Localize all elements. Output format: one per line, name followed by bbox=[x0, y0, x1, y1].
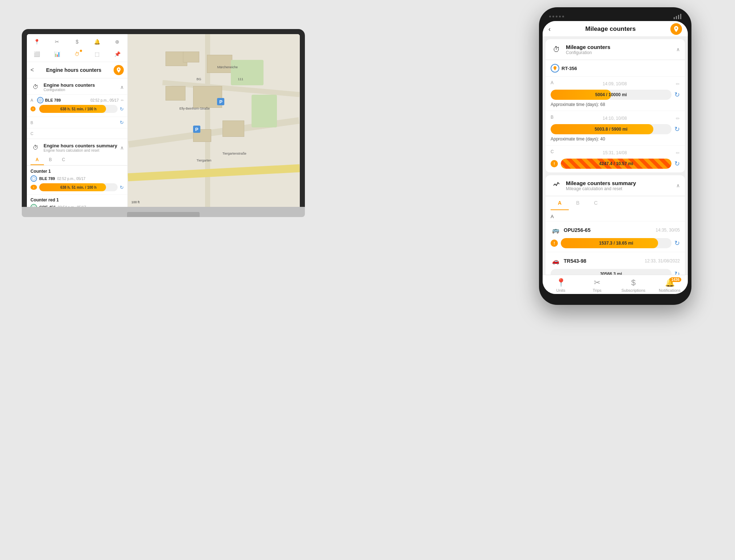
sv-label-1: 638 h. 51 min. / 100 h bbox=[39, 185, 118, 189]
counter-a-device: BLE 789 bbox=[37, 97, 88, 103]
mileage-card-header: ⏱ Mileage counters Configuration ∧ bbox=[546, 39, 685, 60]
engine-hours-title-group: Engine hours counters Configuration bbox=[44, 82, 117, 92]
mileage-b-reset[interactable]: ↻ bbox=[674, 125, 680, 133]
tr543-bar: 30566.3 mi bbox=[551, 269, 671, 275]
tab-c[interactable]: C bbox=[57, 155, 70, 165]
counter-c-item: C bbox=[27, 128, 127, 139]
units-label: Units bbox=[556, 288, 565, 293]
summary-card-icon bbox=[551, 180, 562, 191]
map-label-marchen: Märcheneiche bbox=[217, 65, 238, 69]
phone-tab-c[interactable]: C bbox=[587, 196, 605, 210]
nav-chart-icon[interactable]: 📊 bbox=[53, 50, 61, 58]
counter-a-progress: ! 638 h. 51 min. / 100 h ↻ bbox=[30, 105, 124, 113]
nav-row-1: 📍 ✂ $ 🔔 ⊕ bbox=[30, 36, 124, 47]
summary-section-a-label: A bbox=[546, 210, 685, 221]
mileage-counter-a: A 14:09, 10/08 ✏ 5004 / 10000 mi ↻ Appro… bbox=[546, 76, 685, 111]
signal-3 bbox=[678, 15, 679, 19]
phone-screen: ‹ Mileage counters ⏱ Mileage counters Co… bbox=[543, 21, 688, 294]
counter-a-letter: A bbox=[30, 98, 35, 102]
mileage-c-time: 15:31, 14/08 bbox=[603, 150, 627, 155]
panel-title: Engine hours counters bbox=[37, 67, 111, 73]
edit-counter-a-icon[interactable]: ✏ bbox=[121, 98, 124, 102]
phone-bottom-nav: 📍 Units ✂ Trips $ Subscriptions 🔔 1436 N… bbox=[543, 275, 688, 294]
mileage-a-label: A bbox=[551, 80, 554, 85]
nav-pin-icon[interactable]: 📌 bbox=[113, 50, 121, 58]
mileage-a-reset[interactable]: ↻ bbox=[674, 91, 680, 99]
nav-notifications[interactable]: 🔔 1436 Notifications bbox=[652, 278, 688, 293]
summary-card-header: Mileage counters summary Mileage calcula… bbox=[546, 175, 685, 196]
trips-label: Trips bbox=[593, 288, 601, 293]
subscriptions-icon: $ bbox=[631, 278, 636, 287]
mileage-a-approx: Approximate time (days): 68 bbox=[551, 102, 680, 107]
tab-b[interactable]: B bbox=[44, 155, 57, 165]
mileage-b-edit-icon[interactable]: ✏ bbox=[676, 116, 680, 121]
mileage-a-edit-icon[interactable]: ✏ bbox=[676, 81, 680, 87]
summary-tabs-row: A B C bbox=[546, 196, 685, 210]
opu-reset[interactable]: ↻ bbox=[674, 239, 680, 247]
signal-4 bbox=[680, 14, 681, 19]
map-park-2 bbox=[252, 95, 277, 127]
summary-vehicle-1: Counter 1 BLE 789 02:52 p.m., 05/17 ! bbox=[27, 165, 127, 194]
nav-bell-icon[interactable]: 🔔 bbox=[93, 38, 101, 46]
tab-a[interactable]: A bbox=[30, 155, 44, 165]
counter-b-label: B bbox=[30, 120, 33, 125]
sv-bar-1: 638 h. 51 min. / 100 h bbox=[39, 183, 118, 191]
summary-card-main: Mileage counters summary bbox=[566, 180, 673, 186]
phone-tab-b[interactable]: B bbox=[569, 196, 587, 210]
reset-counter-a-icon[interactable]: ↻ bbox=[120, 106, 124, 112]
nav-subscriptions[interactable]: $ Subscriptions bbox=[615, 278, 652, 293]
nav-timer-icon[interactable]: ⏱ bbox=[73, 50, 81, 58]
rt356-row: RT-356 bbox=[551, 64, 680, 73]
phone-tab-a[interactable]: A bbox=[551, 196, 569, 210]
opu-name: OPU256-65 bbox=[564, 227, 591, 233]
map-block-6 bbox=[222, 120, 244, 137]
summary-card-sub: Mileage calculation and reset bbox=[566, 186, 673, 191]
nav-location-icon[interactable]: 📍 bbox=[33, 38, 41, 46]
phone-screen-title: Mileage counters bbox=[554, 25, 667, 33]
mileage-c-progress: ! 4247.4 / 10.57 mi ↻ bbox=[551, 159, 680, 169]
back-button[interactable]: < bbox=[30, 67, 34, 73]
counter-b-reset[interactable]: ↻ bbox=[120, 120, 124, 125]
mileage-a-text: 5004 / 10000 mi bbox=[551, 92, 671, 97]
map-label-num: 111 bbox=[238, 77, 243, 81]
nav-grid-icon[interactable]: ⬚ bbox=[93, 50, 101, 58]
sv-counter-name-2: Counter red 1 bbox=[30, 197, 59, 203]
mileage-section-sub: Configuration bbox=[566, 50, 673, 55]
phone-camera-area bbox=[549, 16, 564, 17]
nav-units[interactable]: 📍 Units bbox=[543, 278, 579, 293]
sv-device-row-1: BLE 789 02:52 p.m., 05/17 bbox=[30, 175, 124, 182]
summary-icon: ⏱ bbox=[30, 143, 41, 153]
summary-chevron-icon[interactable]: ∧ bbox=[120, 145, 124, 151]
chevron-up-icon[interactable]: ∧ bbox=[120, 84, 124, 90]
nav-square-icon[interactable]: ⬜ bbox=[33, 50, 41, 58]
map-block-4 bbox=[166, 86, 185, 101]
phone-back-button[interactable]: ‹ bbox=[548, 25, 551, 33]
laptop-top-nav: 📍 ✂ $ 🔔 ⊕ ⬜ 📊 ⏱ ⬚ 📌 bbox=[27, 34, 127, 62]
subscriptions-label: Subscriptions bbox=[621, 288, 645, 293]
nav-dollar-icon[interactable]: $ bbox=[73, 38, 81, 46]
summary-title-group: Engine hours counters summary Engine hou… bbox=[44, 143, 117, 152]
mileage-section-main: Mileage counters bbox=[566, 44, 673, 50]
rt356-name: RT-356 bbox=[562, 66, 577, 71]
counter-a-item: A BLE 789 02:52 p.m., 05/17 ✏ bbox=[27, 94, 127, 117]
sv-device-name-1: BLE 789 bbox=[39, 176, 55, 181]
mileage-counter-c: C 15:31, 14/08 ✏ ! 4247.4 / 10.57 mi bbox=[546, 145, 685, 172]
vehicle-opu: 🚌 OPU256-65 14:35, 30/05 ! 1537.3 / 18.6… bbox=[546, 221, 685, 252]
opu-time: 14:35, 30/05 bbox=[656, 228, 680, 233]
sv-reset-1[interactable]: ↻ bbox=[120, 185, 124, 190]
nav-trips[interactable]: ✂ Trips bbox=[579, 278, 615, 293]
mileage-c-reset[interactable]: ↻ bbox=[674, 160, 680, 168]
counter-a-bar: 638 h. 51 min. / 100 h bbox=[39, 105, 118, 113]
nav-scissors-icon[interactable]: ✂ bbox=[53, 38, 61, 46]
map-label-street: Elly-Beinhorn-Straße bbox=[179, 107, 210, 110]
summary-card-chevron-icon[interactable]: ∧ bbox=[676, 183, 680, 188]
tr543-reset[interactable]: ↻ bbox=[674, 270, 680, 275]
counter-b-item: B ↻ bbox=[27, 117, 127, 128]
nav-plus-icon[interactable]: ⊕ bbox=[113, 38, 121, 46]
user-avatar[interactable] bbox=[114, 65, 124, 75]
summary-tabs: A B C bbox=[27, 155, 127, 165]
mileage-chevron-icon[interactable]: ∧ bbox=[676, 46, 680, 52]
phone-header: ‹ Mileage counters bbox=[543, 21, 688, 36]
mileage-c-edit-icon[interactable]: ✏ bbox=[676, 150, 680, 156]
phone-user-avatar[interactable] bbox=[670, 23, 682, 35]
